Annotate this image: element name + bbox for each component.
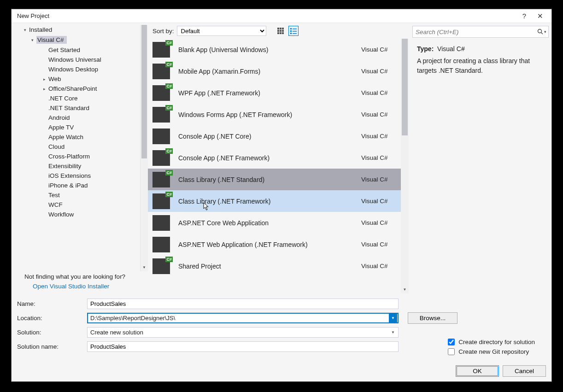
open-installer-link[interactable]: Open Visual Studio Installer (24, 280, 144, 290)
template-row[interactable]: Console App (.NET Core)Visual C# (148, 125, 401, 147)
svg-rect-7 (280, 32, 282, 34)
tree-node[interactable]: ▾Visual C# (12, 35, 148, 45)
location-combo[interactable]: D:\Samples\ReportDesigner\JS\ ▼ (87, 313, 399, 323)
template-name: Class Library (.NET Framework) (178, 198, 361, 205)
template-icon (152, 237, 170, 252)
svg-rect-12 (293, 31, 297, 32)
template-icon (152, 215, 170, 231)
template-language: Visual C# (361, 133, 396, 140)
expand-icon[interactable]: ▸ (41, 76, 47, 82)
svg-rect-11 (290, 30, 292, 32)
name-input[interactable] (87, 298, 399, 309)
svg-rect-2 (282, 28, 284, 29)
template-description: Type: Visual C# A project for creating a… (412, 38, 549, 77)
git-repo-checkbox-row[interactable]: Create new Git repository (448, 348, 535, 355)
template-language: Visual C# (361, 111, 396, 118)
tree-node[interactable]: ▾Installed (12, 25, 148, 35)
ok-button[interactable]: OK (456, 365, 499, 377)
bottom-form: Name: Location: D:\Samples\ReportDesigne… (12, 293, 551, 381)
svg-rect-8 (282, 32, 284, 34)
chevron-down-icon[interactable]: ▼ (389, 313, 397, 323)
scrollbar-thumb[interactable] (402, 39, 408, 135)
search-icon[interactable]: ▾ (535, 29, 548, 35)
template-row[interactable]: ASP.NET Core Web ApplicationVisual C# (148, 212, 401, 234)
solution-value: Create new solution (90, 329, 143, 336)
tree-node[interactable]: .NET Standard (12, 103, 148, 113)
template-row[interactable]: Mobile App (Xamarin.Forms)Visual C# (148, 60, 401, 82)
template-icon (152, 258, 170, 274)
sort-by-select[interactable]: Default (177, 26, 266, 36)
scroll-down-icon[interactable]: ▼ (141, 263, 148, 271)
not-finding-box: Not finding what you are looking for? Op… (12, 271, 148, 293)
template-row[interactable]: Class Library (.NET Standard)Visual C# (148, 169, 401, 190)
git-repo-label: Create new Git repository (458, 348, 529, 355)
tree-node-label: Installed (29, 26, 52, 33)
template-language: Visual C# (361, 68, 396, 75)
expand-icon[interactable]: ▸ (41, 86, 47, 92)
tree-node[interactable]: ▸Office/SharePoint (12, 84, 148, 94)
list-scrollbar[interactable]: ▼ (401, 39, 409, 293)
solution-name-input[interactable] (87, 341, 399, 352)
tree-node[interactable]: ▸Web (12, 74, 148, 84)
template-row[interactable]: ASP.NET Web Application (.NET Framework)… (148, 234, 401, 255)
template-row[interactable]: Shared ProjectVisual C# (148, 255, 401, 277)
solution-name-label: Solution name: (17, 343, 87, 350)
tree-node[interactable]: Apple TV (12, 123, 148, 132)
tree-node[interactable]: WCF (12, 200, 148, 210)
template-row[interactable]: Blank App (Universal Windows)Visual C# (148, 39, 401, 60)
search-box[interactable]: ▾ (412, 26, 549, 38)
tree-node[interactable]: .NET Core (12, 94, 148, 103)
tree-node[interactable]: Workflow (12, 210, 148, 219)
tree-node[interactable]: Android (12, 113, 148, 123)
tree-node[interactable]: Windows Universal (12, 55, 148, 64)
tree-node-label: Android (48, 114, 70, 121)
expand-icon[interactable]: ▾ (22, 27, 28, 33)
tree-node-label: Extensibility (48, 163, 81, 170)
tree-node[interactable]: iPhone & iPad (12, 181, 148, 190)
scrollbar-thumb[interactable] (141, 25, 147, 158)
tree-node[interactable]: Windows Desktop (12, 64, 148, 74)
template-row[interactable]: Windows Forms App (.NET Framework)Visual… (148, 104, 401, 125)
create-directory-checkbox-row[interactable]: Create directory for solution (448, 339, 535, 345)
tree-node[interactable]: Get Started (12, 45, 148, 55)
description-panel: ▾ Type: Visual C# A project for creating… (409, 23, 551, 293)
tree-node-label: WCF (48, 201, 63, 208)
tree-node[interactable]: Test (12, 190, 148, 200)
template-icon (152, 64, 170, 79)
git-repo-checkbox[interactable] (448, 348, 455, 355)
help-button[interactable]: ? (516, 10, 532, 22)
svg-rect-9 (290, 28, 292, 29)
scroll-down-icon[interactable]: ▼ (401, 285, 409, 293)
tree-node[interactable]: iOS Extensions (12, 171, 148, 181)
svg-rect-6 (277, 32, 279, 34)
toolbar: Sort by: Default (148, 23, 409, 39)
template-row[interactable]: Class Library (.NET Framework)Visual C# (148, 190, 401, 212)
cancel-button[interactable]: Cancel (503, 365, 546, 377)
search-input[interactable] (413, 28, 535, 36)
template-row[interactable]: WPF App (.NET Framework)Visual C# (148, 82, 401, 104)
type-value: Visual C# (437, 45, 465, 53)
template-icon (152, 129, 170, 144)
template-row[interactable]: Console App (.NET Framework)Visual C# (148, 147, 401, 169)
create-directory-checkbox[interactable] (448, 339, 455, 345)
expand-icon[interactable]: ▾ (29, 37, 35, 43)
tree-node[interactable]: Extensibility (12, 161, 148, 171)
template-name: Console App (.NET Framework) (178, 154, 361, 162)
template-name: Shared Project (178, 263, 361, 270)
template-language: Visual C# (361, 241, 396, 248)
template-name: WPF App (.NET Framework) (178, 89, 361, 97)
tree-node[interactable]: Cloud (12, 142, 148, 152)
close-button[interactable]: ✕ (532, 10, 548, 22)
template-icon (152, 150, 170, 166)
tree-node[interactable]: Cross-Platform (12, 152, 148, 161)
title-bar: New Project ? ✕ (12, 9, 551, 23)
solution-combo[interactable]: Create new solution ▼ (87, 327, 399, 338)
view-list-button[interactable] (288, 26, 299, 36)
browse-button[interactable]: Browse... (408, 312, 457, 324)
sidebar-scrollbar[interactable]: ▼ (140, 25, 148, 271)
tree-node[interactable]: Apple Watch (12, 132, 148, 142)
svg-rect-1 (280, 28, 282, 29)
template-language: Visual C# (361, 46, 396, 53)
chevron-down-icon[interactable]: ▼ (389, 328, 397, 337)
view-tiles-button[interactable] (276, 26, 286, 36)
